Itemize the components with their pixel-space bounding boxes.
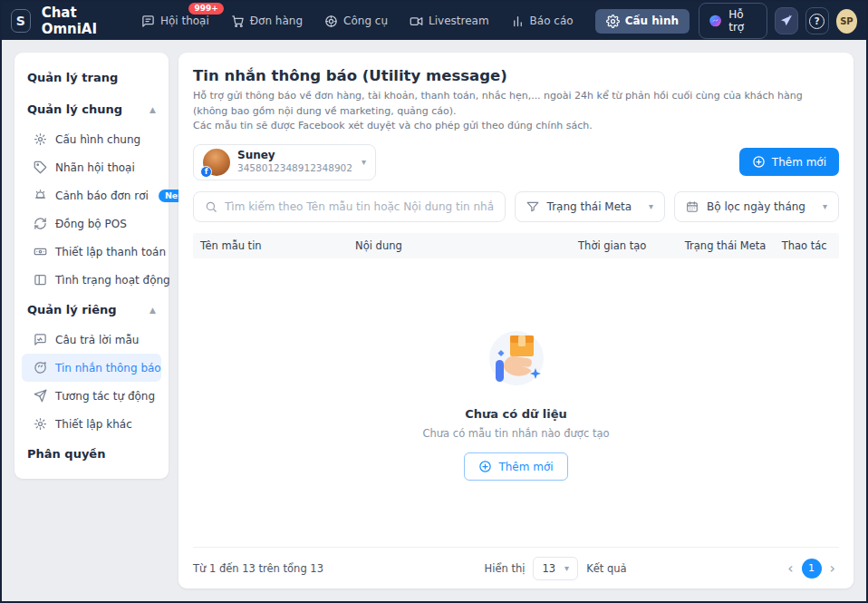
nav-livestream[interactable]: Livestream [410,15,489,28]
support-button[interactable]: Hỗ trợ [699,3,767,39]
sidebar-item-label: Tình trạng hoạt động [55,274,170,287]
sidebar-item-label: Thiết lập khác [55,418,132,431]
sidebar-item-label: Tương tác tự động [55,390,155,403]
nav-label: Hội thoại [160,15,209,27]
chevron-down-icon: ▾ [823,201,827,211]
unread-count-badge: 999+ [188,3,223,15]
sidebar-item-sample-replies[interactable]: Câu trả lời mẫu [22,326,161,354]
page-size-control: Hiển thị 13 ▾ Kết quả [485,557,627,580]
question-glyph: ? [815,16,820,26]
sidebar-item-pos-sync[interactable]: Đồng bộ POS [22,209,161,238]
show-label: Hiển thị [485,562,526,575]
question-icon: ? [809,14,825,29]
sidebar-section-general-management[interactable]: Quản lý chung ▲ [22,93,161,125]
nav-label: Đơn hàng [250,15,303,27]
app-window: S Chat OmniAI Hội thoại 999+ Đơn hàng Cô… [0,0,868,603]
gear-icon [34,132,47,146]
collapse-caret-icon: ▲ [149,306,156,315]
chat-icon [141,15,155,28]
date-filter[interactable]: Bộ lọc ngày tháng ▾ [674,191,839,222]
sidebar-item-label: Tin nhắn thông báo [55,362,161,374]
sidebar-item-dropped-order-alert[interactable]: Cảnh báo đơn rơi New [22,181,161,209]
fanpage-info: Suney 3458012348912348902 [237,149,352,174]
layout-icon [34,273,47,287]
settings-sidebar: Quản lý trang Quản lý chung ▲ Cấu hình c… [14,53,169,479]
sidebar-item-conversation-labels[interactable]: Nhãn hội thoại [22,153,161,181]
search-input[interactable] [225,200,494,213]
sample-reply-icon [34,333,47,346]
sidebar-section-permissions[interactable]: Phân quyền [22,438,161,470]
results-label: Kết quả [586,562,626,575]
empty-state: Chưa có dữ liệu Chưa có mẫu tin nhắn nào… [423,324,610,481]
sidebar-item-general-config[interactable]: Cấu hình chung [22,125,161,153]
date-filter-label: Bộ lọc ngày tháng [707,200,805,213]
sidebar-item-auto-interaction[interactable]: Tương tác tự động [22,382,161,410]
page-size-select[interactable]: 13 ▾ [533,557,578,580]
support-label: Hỗ trợ [728,8,757,34]
topbar: S Chat OmniAI Hội thoại 999+ Đơn hàng Cô… [2,2,866,40]
section-label: Quản lý riêng [27,303,117,316]
nav-conversations[interactable]: Hội thoại 999+ [141,15,209,28]
facebook-icon: f [200,166,212,178]
sidebar-item-label: Cảnh báo đơn rơi [55,190,149,202]
fanpage-selector[interactable]: f Suney 3458012348912348902 ▾ [193,144,376,180]
plus-circle-icon [478,460,492,473]
sidebar-section-page-management[interactable]: Quản lý trang [22,62,161,93]
nav-settings[interactable]: Cấu hình [595,9,690,34]
chevron-down-icon: ▾ [362,157,366,167]
pagination-range-text: Từ 1 đến 13 trên tổng 13 [193,562,323,575]
search-icon [205,200,217,213]
add-new-button[interactable]: Thêm mới [739,148,839,176]
quote-bubble-icon [34,361,47,374]
page-number-button[interactable]: 1 [802,559,822,579]
main-panel: Tin nhắn thông báo (Utility message) Hỗ … [178,53,854,588]
sidebar-item-payment-setup[interactable]: Thiết lập thanh toán [22,238,161,266]
nav-orders[interactable]: Đơn hàng [231,15,303,28]
sidebar-item-activity-status[interactable]: Tình trạng hoạt động [22,266,161,294]
help-button[interactable]: ? [805,7,829,34]
sync-icon [34,217,47,230]
gear-icon [606,15,620,28]
column-header-content: Nội dung [348,239,571,252]
nav-tools[interactable]: Công cụ [324,15,388,28]
column-header-template-name: Tên mẫu tin [193,239,348,252]
fanpage-name: Suney [237,149,352,162]
nav-label: Cấu hình [625,15,679,27]
meta-status-filter[interactable]: Trạng thái Meta ▾ [515,191,666,222]
add-new-label: Thêm mới [772,156,826,169]
messenger-icon [709,13,722,29]
paper-plane-icon [779,14,794,28]
gear-icon [34,417,47,431]
topbar-actions: Hỗ trợ ? SP [699,3,857,39]
sidebar-item-other-settings[interactable]: Thiết lập khác [22,410,161,438]
tag-icon [34,160,47,174]
avatar-initials: SP [840,16,854,26]
sidebar-item-notification-messages[interactable]: Tin nhắn thông báo [22,354,161,382]
column-header-actions: Thao tác [775,239,839,252]
calendar-icon [686,200,699,213]
funnel-icon [526,200,539,213]
empty-state-add-label: Thêm mới [498,461,553,473]
logo-letter: S [16,14,25,28]
column-header-meta-status: Trạng thái Meta [678,239,775,252]
description-line-1: Hỗ trợ gửi thông báo về đơn hàng, tài kh… [193,90,803,117]
nav-reports[interactable]: Báo cáo [511,15,574,28]
page-title: Tin nhắn thông báo (Utility message) [193,67,839,84]
empty-state-title: Chưa có dữ liệu [465,407,567,421]
user-avatar[interactable]: SP [836,9,857,34]
sidebar-section-private-management[interactable]: Quản lý riêng ▲ [22,294,161,326]
table-body: Chưa có dữ liệu Chưa có mẫu tin nhắn nào… [193,258,839,548]
previous-page-button[interactable]: ‹ [787,561,793,576]
empty-state-add-button[interactable]: Thêm mới [464,452,567,481]
search-box [193,191,506,222]
collapse-caret-icon: ▲ [149,105,156,114]
chevron-down-icon: ▾ [649,201,653,211]
app-logo[interactable]: S [11,9,31,33]
plus-circle-icon [752,155,766,169]
section-label: Phân quyền [27,447,105,461]
sidebar-item-label: Câu trả lời mẫu [55,334,139,346]
next-page-button[interactable]: › [830,561,835,576]
content-area: Quản lý trang Quản lý chung ▲ Cấu hình c… [2,40,866,601]
quick-send-button[interactable] [775,7,798,34]
tools-icon [324,15,338,28]
